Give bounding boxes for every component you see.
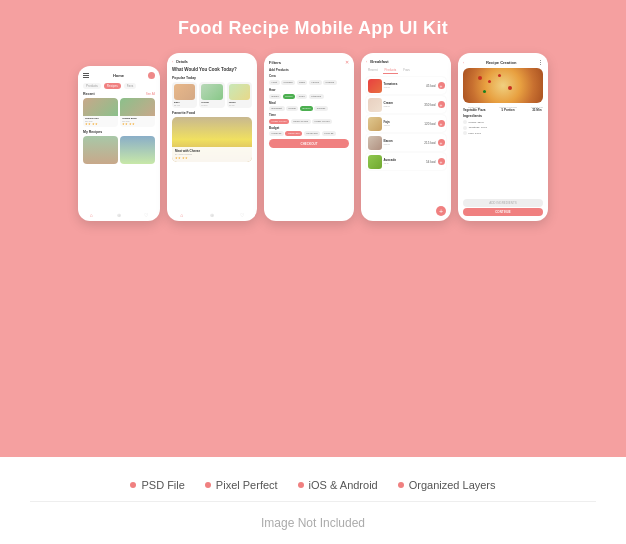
home-nav-icon[interactable]: ⌂ — [180, 212, 183, 218]
tag-under-5[interactable]: under $5 — [269, 131, 284, 136]
p1-see-all[interactable]: See All — [146, 92, 155, 96]
feature-pixel: Pixel Perfect — [205, 479, 278, 491]
p4-item-fajn[interactable]: Fajn 120 g 120 kcal + — [366, 115, 446, 132]
p1-tabs: Products Recipes Favs — [83, 83, 155, 89]
p3-how-tags: Baked Grilled Fried Steamed — [269, 94, 349, 99]
tag-more-5[interactable]: More $5 — [322, 131, 336, 136]
p5-ingredients-label: Ingredients — [463, 114, 543, 118]
p1-tab-favs[interactable]: Favs — [124, 83, 137, 89]
heart-nav-icon[interactable]: ♡ — [240, 212, 244, 218]
p4-tab-recent[interactable]: Recent — [366, 67, 380, 74]
p1-tab-products[interactable]: Products — [83, 83, 101, 89]
phone-recipe-creation-screen: ‹ Recipe Creation ⋮ Recipe Name — [458, 53, 548, 221]
search-nav-icon[interactable]: ⊕ — [117, 212, 121, 218]
tag-under-15[interactable]: Under 15 min — [269, 119, 289, 124]
p2-back-button[interactable]: ‹ — [172, 59, 173, 64]
p5-ingredient-fajn-text: Fajn: 275 g — [469, 132, 482, 135]
p2-pop-card-3[interactable]: Quick 15 min — [227, 82, 252, 108]
p4-items-list: Tomatoes 175 g 45 kcal + Cream 235 g — [366, 77, 446, 170]
feature-dot-ios — [298, 482, 304, 488]
p3-add-products-label: Add Products — [269, 68, 349, 72]
tag-steamed[interactable]: Steamed — [309, 94, 324, 99]
p4-item-tomatoes[interactable]: Tomatoes 175 g 45 kcal + — [366, 77, 446, 94]
close-icon[interactable]: ✕ — [345, 59, 349, 65]
p4-item-img-bacon — [368, 136, 382, 150]
p2-header: ‹ Details — [172, 59, 252, 64]
tag-grilled[interactable]: Grilled — [283, 94, 295, 99]
p4-back-button[interactable]: ‹ — [366, 59, 367, 64]
p5-pizza-image — [463, 68, 543, 103]
p4-add-floating-button[interactable]: + — [436, 206, 446, 216]
main-wrapper: Food Recipe Mobile App UI Kit Home Produ… — [0, 0, 626, 544]
p3-checkout-button[interactable]: CHECKOUT — [269, 139, 349, 148]
p5-cooking-time-value: 35 Min — [531, 108, 543, 112]
home-nav-icon[interactable]: ⌂ — [90, 212, 93, 218]
p1-recent-label: Recent — [83, 92, 95, 96]
p4-item-bacon[interactable]: Bacon 215 g 215 kcal + — [366, 134, 446, 151]
p4-item-sub-fajn: 120 g — [384, 124, 423, 127]
p4-tab-products[interactable]: Products — [383, 67, 399, 74]
tag-brunch[interactable]: Brunch — [300, 106, 313, 111]
p2-pop-card-2[interactable]: Useful 25 min — [199, 82, 224, 108]
ingredient-dot — [463, 131, 467, 135]
p1-card-info-1: Grilled Fish 339 kcal ★ ★ ★ ★ — [83, 116, 118, 127]
p4-item-add-tomatoes[interactable]: + — [438, 82, 445, 89]
p5-back-button[interactable]: ‹ — [463, 60, 464, 65]
p1-recipe-card-1[interactable] — [83, 136, 118, 164]
p4-item-add-fajn[interactable]: + — [438, 120, 445, 127]
p4-item-add-cream[interactable]: + — [438, 101, 445, 108]
phones-row: Home Products Recipes Favs Recent See Al… — [78, 53, 548, 221]
p1-recipe-cards — [83, 136, 155, 164]
tag-eggs[interactable]: Eggs — [297, 80, 308, 85]
tag-under-20[interactable]: Under $20 — [304, 131, 321, 136]
tag-breakfast[interactable]: Breakfast — [269, 106, 285, 111]
p1-card-1[interactable]: Grilled Fish 339 kcal ★ ★ ★ ★ — [83, 98, 118, 127]
ingredient-dot — [463, 120, 467, 124]
p3-budget-tags: under $5 Under $10 Under $20 More $5 — [269, 131, 349, 136]
tag-lemon[interactable]: Lemon — [309, 80, 322, 85]
p2-fav-card[interactable]: Meat with Cheese By: Giulie Mesoline ★ ★… — [172, 117, 252, 162]
p5-continue-button[interactable]: CONTINUE — [463, 208, 543, 216]
tag-baked[interactable]: Baked — [269, 94, 281, 99]
phone-breakfast: ‹ Breakfast Recent Products Favs Tomatoe… — [361, 53, 451, 221]
p4-item-avocado[interactable]: Avocado 15 g 54 kcal + — [366, 153, 446, 170]
p1-card-2[interactable]: Veggie Bowl 128 kcal ★ ★ ★ ★ — [120, 98, 155, 127]
star-icon: ★ — [95, 122, 98, 126]
search-nav-icon[interactable]: ⊕ — [210, 212, 214, 218]
phone-recipe-creation: ‹ Recipe Creation ⋮ Recipe Name — [458, 53, 548, 221]
p5-add-ingredients-button[interactable]: ADD INGREDIENTS — [463, 199, 543, 207]
p3-crea-label: Crea — [269, 74, 349, 78]
tag-dinner[interactable]: Dinner — [286, 106, 298, 111]
tag-chinese[interactable]: Chinese — [281, 80, 295, 85]
p1-recipe-card-2[interactable] — [120, 136, 155, 164]
p4-item-add-bacon[interactable]: + — [438, 139, 445, 146]
p5-info-time: Cooking Time 35 Min — [531, 106, 543, 112]
tag-meat[interactable]: Meat — [269, 80, 280, 85]
p2-pop-card-1[interactable]: Easy 35 min — [172, 82, 197, 108]
tag-under-45[interactable]: Under 45 min — [312, 119, 332, 124]
p2-pop-sub-3: 15 min — [229, 104, 250, 106]
p4-item-kcal-avocado: 54 kcal — [426, 160, 436, 164]
p1-myrecipes-label: My Recipes — [83, 130, 155, 134]
p4-tab-favs[interactable]: Favs — [401, 67, 412, 74]
feature-label-layers: Organized Layers — [409, 479, 496, 491]
tag-drinks[interactable]: Drinkes — [314, 106, 327, 111]
p5-more-button[interactable]: ⋮ — [538, 59, 543, 65]
p4-item-add-avocado[interactable]: + — [438, 158, 445, 165]
tag-fried[interactable]: Fried — [296, 94, 307, 99]
p5-ingredients-list: Cream: 350 g Tomatoes: 175 g Fajn: 275 g — [463, 120, 543, 135]
p1-avatar — [148, 72, 155, 79]
phone-filters: Filters ✕ Add Products Crea Meat Chinese… — [264, 53, 354, 221]
bottom-section: PSD File Pixel Perfect iOS & Android Org… — [0, 457, 626, 544]
feature-dot-psd — [130, 482, 136, 488]
star-icon: ★ — [185, 156, 188, 160]
p1-tab-recipes[interactable]: Recipes — [104, 83, 121, 89]
hamburger-icon — [83, 73, 89, 77]
tag-cheese[interactable]: Cheese — [323, 80, 337, 85]
tag-under-10[interactable]: Under $10 — [285, 131, 302, 136]
p2-popular-cards: Easy 35 min Useful 25 min Quick 15 min — [172, 82, 252, 108]
phone-details: ‹ Details What Would You Cook Today? Pop… — [167, 53, 257, 221]
tag-under-30[interactable]: Under 30 min — [291, 119, 311, 124]
heart-nav-icon[interactable]: ♡ — [144, 212, 148, 218]
p4-item-cream[interactable]: Cream 235 g 350 kcal + — [366, 96, 446, 113]
